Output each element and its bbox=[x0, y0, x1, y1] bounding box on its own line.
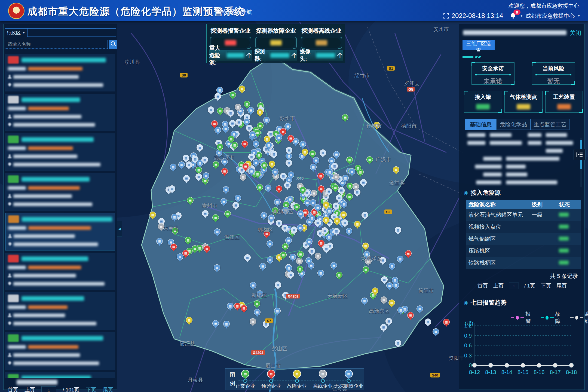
map-pin[interactable]: ▦ bbox=[254, 171, 261, 177]
enterprise-list-item[interactable] bbox=[5, 253, 115, 290]
map-pin[interactable]: ▦ bbox=[243, 118, 250, 125]
map-pin[interactable]: ▦ bbox=[214, 228, 220, 235]
map-pin[interactable]: ▦ bbox=[323, 246, 330, 252]
map-pin[interactable]: ▦ bbox=[268, 215, 275, 221]
map-pin[interactable]: ▦ bbox=[227, 110, 234, 116]
map-pin[interactable]: ▦ bbox=[259, 263, 266, 270]
map-pin[interactable]: ▦ bbox=[353, 183, 359, 190]
tab-basic-info[interactable]: 基础信息 bbox=[465, 119, 496, 130]
map-pin[interactable]: ▦ bbox=[354, 221, 361, 227]
map-pin[interactable]: ▦ bbox=[333, 173, 339, 180]
map-pin[interactable]: ▦ bbox=[361, 298, 368, 304]
map-pin[interactable]: ▦ bbox=[362, 212, 368, 218]
map-pin[interactable]: ▦ bbox=[346, 228, 352, 234]
map-pin[interactable]: ▦ bbox=[297, 224, 304, 231]
map-pin[interactable]: ▦ bbox=[235, 104, 241, 110]
map-pin[interactable]: ▦ bbox=[239, 85, 245, 92]
map-pin[interactable]: ▦ bbox=[333, 228, 340, 234]
map-pin[interactable]: ▦ bbox=[289, 254, 296, 260]
map-pin[interactable]: ▦ bbox=[346, 193, 353, 200]
map-pin[interactable]: ▦ bbox=[380, 324, 387, 330]
map-pin[interactable]: ▦ bbox=[202, 210, 209, 217]
map-pin[interactable]: ▦ bbox=[366, 156, 373, 163]
search-input[interactable] bbox=[5, 40, 108, 49]
map-pin[interactable]: ▦ bbox=[342, 114, 348, 121]
map-pin[interactable]: ▦ bbox=[228, 136, 234, 142]
map-pin[interactable]: ▦ bbox=[332, 184, 339, 191]
map-pin[interactable]: ▦ bbox=[171, 214, 178, 220]
map-pin[interactable]: ▦ bbox=[314, 219, 321, 226]
map-pin[interactable]: ▦ bbox=[291, 226, 297, 233]
map-pin[interactable]: ▦ bbox=[340, 211, 347, 218]
map-pin[interactable]: ▦ bbox=[261, 212, 267, 219]
map-pin[interactable]: ▦ bbox=[407, 312, 414, 318]
map-pin[interactable]: ▦ bbox=[232, 202, 239, 209]
map-pin[interactable]: ▦ bbox=[323, 217, 329, 223]
map-pin[interactable]: ▦ bbox=[213, 161, 219, 168]
map-pin[interactable]: ▦ bbox=[299, 141, 306, 148]
map-pin[interactable]: ▦ bbox=[305, 257, 312, 264]
panel-expand-button[interactable] bbox=[574, 149, 586, 160]
map-pin[interactable]: ▦ bbox=[256, 184, 263, 191]
map-pin[interactable]: ▦ bbox=[250, 318, 256, 325]
map-pin[interactable]: ▦ bbox=[215, 93, 221, 100]
map-pin[interactable]: ▦ bbox=[221, 168, 228, 174]
table-row[interactable]: 压缩机区 bbox=[466, 245, 581, 257]
map-pin[interactable]: ▦ bbox=[244, 254, 251, 261]
map-pin[interactable]: ▦ bbox=[264, 136, 270, 142]
map-pin[interactable]: ▦ bbox=[182, 250, 189, 256]
map-pin[interactable]: ▦ bbox=[223, 321, 230, 327]
map-pin[interactable]: ▦ bbox=[280, 128, 286, 135]
map-pin[interactable]: ▦ bbox=[265, 142, 272, 148]
map-pin[interactable]: ▦ bbox=[212, 320, 219, 327]
map-pin[interactable]: ▦ bbox=[293, 203, 300, 210]
search-button[interactable] bbox=[109, 40, 117, 49]
map-pin[interactable]: ▦ bbox=[317, 173, 324, 179]
map-pin[interactable]: ▦ bbox=[192, 245, 198, 252]
map-pin[interactable]: ▦ bbox=[287, 196, 293, 203]
map-pin[interactable]: ▦ bbox=[281, 225, 288, 231]
map-pin[interactable]: ▦ bbox=[362, 243, 369, 249]
map-pin[interactable]: ▦ bbox=[235, 119, 242, 125]
map-pin[interactable]: ▦ bbox=[333, 151, 340, 158]
map-pin[interactable]: ▦ bbox=[282, 243, 289, 250]
map-pin[interactable]: ▦ bbox=[393, 166, 399, 173]
map-pin[interactable]: ▦ bbox=[317, 270, 324, 276]
map-pin[interactable]: ▦ bbox=[248, 168, 255, 174]
enterprise-list-item[interactable] bbox=[5, 292, 115, 330]
org-switcher[interactable]: 成都市应急救援中心 bbox=[526, 12, 575, 20]
map-pin[interactable]: ▦ bbox=[253, 140, 259, 147]
map-pin[interactable]: ▦ bbox=[203, 172, 209, 179]
map-pin[interactable]: ▦ bbox=[227, 303, 234, 309]
page-last[interactable]: 尾页 bbox=[103, 386, 113, 392]
map-pin[interactable]: ▦ bbox=[347, 183, 353, 189]
map-pin[interactable]: ▦ bbox=[318, 240, 324, 246]
page-last[interactable]: 尾页 bbox=[556, 282, 567, 289]
map-pin[interactable]: ▦ bbox=[287, 271, 294, 278]
map-pin[interactable]: ▦ bbox=[389, 263, 395, 269]
map-pin[interactable]: ▦ bbox=[395, 227, 401, 233]
map-pin[interactable]: ▦ bbox=[263, 117, 270, 123]
map-pin[interactable]: ▦ bbox=[302, 149, 308, 155]
page-prev[interactable]: 上页 bbox=[24, 386, 35, 392]
map-pin[interactable]: ▦ bbox=[297, 251, 304, 258]
map-pin[interactable]: ▦ bbox=[346, 157, 353, 163]
map-pin[interactable]: ▦ bbox=[372, 287, 378, 294]
map-pin[interactable]: ▦ bbox=[241, 305, 247, 311]
enterprise-list-item[interactable] bbox=[5, 133, 115, 171]
map-pin[interactable]: ▦ bbox=[425, 318, 431, 325]
map-pin[interactable]: ▦ bbox=[336, 194, 342, 201]
map-pin[interactable]: ▦ bbox=[297, 210, 304, 217]
enterprise-list-item[interactable] bbox=[5, 372, 115, 378]
enterprise-list-item[interactable] bbox=[5, 54, 115, 91]
map-pin[interactable]: ▦ bbox=[192, 156, 198, 162]
map-pin[interactable]: ▦ bbox=[381, 296, 387, 303]
map-pin[interactable]: ▦ bbox=[321, 227, 328, 234]
map-pin[interactable]: ▦ bbox=[240, 174, 246, 180]
map-pin[interactable]: ▦ bbox=[214, 264, 220, 271]
map-pin[interactable]: ▦ bbox=[349, 168, 355, 175]
map-pin[interactable]: ▦ bbox=[169, 185, 175, 192]
region-filter-input[interactable] bbox=[27, 28, 116, 36]
map-pin[interactable]: ▦ bbox=[326, 234, 332, 240]
page-next[interactable]: 下页 bbox=[541, 282, 551, 289]
